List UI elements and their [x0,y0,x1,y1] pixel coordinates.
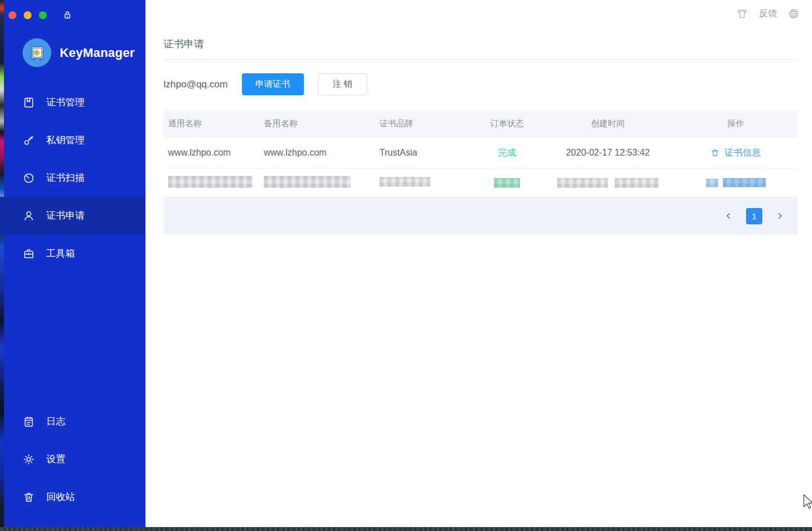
tshirt-icon[interactable] [736,7,748,20]
sidebar-item-label: 设置 [46,453,65,466]
pagination-prev-button[interactable] [721,208,736,224]
trash-icon [23,491,35,503]
sidebar-item-certificate-manage[interactable]: 证书管理 [4,83,145,121]
account-email: lzhpo@qq.com [164,79,228,90]
sidebar-item-label: 证书扫描 [46,171,85,184]
table-row-redacted [164,169,798,197]
desktop-edge-bottom [0,527,812,531]
cell-common-name: www.lzhpo.com [164,148,259,158]
minimize-button[interactable] [24,11,32,19]
sidebar-item-settings[interactable]: 设置 [4,440,145,478]
pagination-page-1[interactable]: 1 [746,208,762,224]
certificate-info-link[interactable]: 证书信息 [725,147,761,159]
safe-vault-icon [23,38,51,67]
sidebar-item-certificate-scan[interactable]: 证书扫描 [4,159,145,197]
journal-icon [23,415,35,428]
user-icon [23,210,35,222]
feedback-link[interactable]: 反馈 [759,8,777,20]
column-header-alt-name: 备用名称 [259,118,370,129]
app-title: KeyManager [60,46,135,60]
delete-certificate-icon[interactable] [710,148,720,157]
title-divider [164,59,798,60]
logout-button[interactable]: 注 销 [318,73,367,95]
app-window: KeyManager 证书管理 [0,0,812,531]
table-header-row: 通用名称 备用名称 证书品牌 订单状态 创建时间 操作 [164,110,798,138]
cell-status-redacted [471,178,542,188]
cell-alt-name-redacted [259,176,370,190]
page-title: 证书申请 [164,37,812,51]
sidebar-item-label: 回收站 [46,490,75,503]
key-icon [23,134,35,147]
toolbox-icon [23,247,35,260]
main-content: 反馈 证书申请 lzhpo@qq.com 申请证书 注 销 通用名称 备用名称 … [145,0,812,527]
zoom-button[interactable] [39,11,47,19]
sidebar-item-label: 私钥管理 [46,134,85,147]
sidebar-item-label: 日志 [46,415,65,428]
cell-brand: TrustAsia [370,148,471,158]
status-badge: 完成 [498,147,516,159]
sidebar-item-recycle-bin[interactable]: 回收站 [4,478,145,516]
column-header-brand: 证书品牌 [370,118,471,129]
sidebar-menu: 证书管理 私钥管理 [4,83,145,272]
cell-actions: 证书信息 [673,147,798,159]
pagination-next-button[interactable] [772,208,788,224]
globe-icon[interactable] [788,8,800,20]
cell-alt-name: www.lzhpo.com [259,148,370,158]
sidebar-item-private-key-manage[interactable]: 私钥管理 [4,121,145,159]
column-header-common-name: 通用名称 [164,118,259,129]
sidebar-item-certificate-apply[interactable]: 证书申请 [0,197,145,234]
mouse-cursor [803,494,812,511]
pagination: 1 [164,197,798,234]
cell-created-time-redacted [542,178,673,188]
scan-clock-icon [23,172,35,184]
close-button[interactable] [8,11,16,19]
desktop-edge-left [0,0,4,527]
cell-actions-redacted [673,178,798,187]
column-header-created-time: 创建时间 [542,118,673,129]
sidebar-item-toolbox[interactable]: 工具箱 [4,234,145,272]
column-header-order-status: 订单状态 [471,118,542,129]
apply-certificate-button[interactable]: 申请证书 [242,73,304,95]
brand: KeyManager [23,38,135,67]
sidebar-item-label: 证书申请 [46,209,85,222]
sidebar-item-logs[interactable]: 日志 [4,402,145,440]
sidebar: KeyManager 证书管理 [4,0,145,527]
account-row: lzhpo@qq.com 申请证书 注 销 [164,73,812,95]
certificate-book-icon [23,96,35,109]
certificate-table: 通用名称 备用名称 证书品牌 订单状态 创建时间 操作 www.lzhpo.co… [164,110,798,234]
sidebar-item-label: 工具箱 [46,247,75,260]
cell-common-name-redacted [164,176,259,190]
cell-created-time: 2020-02-17 12:53:42 [542,148,673,158]
sidebar-menu-bottom: 日志 设置 [4,402,145,516]
column-header-actions: 操作 [673,118,798,129]
cell-brand-redacted [370,177,471,189]
lock-icon [62,10,73,20]
window-titlebar [8,11,73,19]
table-row: www.lzhpo.com www.lzhpo.com TrustAsia 完成… [164,138,798,169]
sidebar-item-label: 证书管理 [46,96,85,109]
gear-icon [23,453,35,466]
topbar-actions: 反馈 [736,7,800,20]
